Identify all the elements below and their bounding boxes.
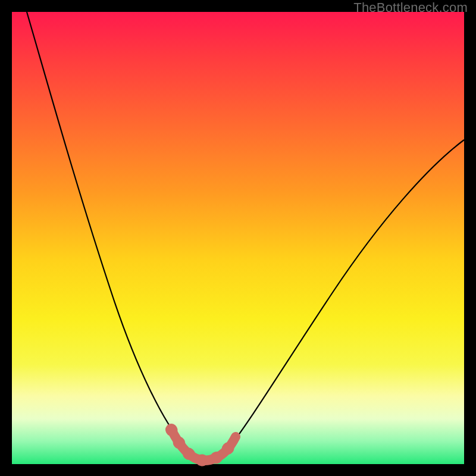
bottleneck-curve-svg (12, 12, 464, 464)
chart-frame: TheBottleneck.com (0, 0, 476, 476)
bottleneck-curve (27, 12, 464, 460)
optimal-highlight-solid (171, 430, 236, 461)
plot-area (12, 12, 464, 464)
